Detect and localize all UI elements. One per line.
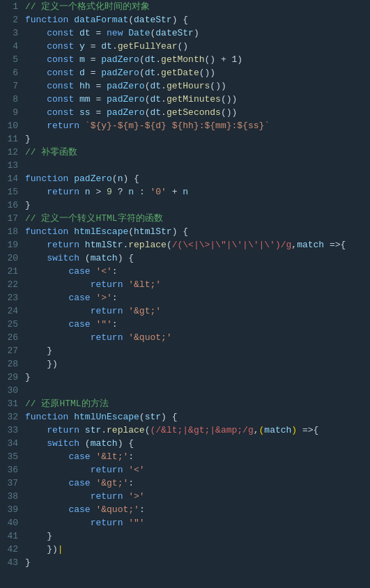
line-number: 18 <box>0 225 25 238</box>
token-pn <box>74 28 79 38</box>
token-pr: n <box>183 187 188 197</box>
token-kw: return <box>47 187 79 197</box>
token-pr: hh <box>79 81 91 91</box>
token-pn <box>25 68 47 78</box>
token-pr: dt <box>101 41 112 52</box>
token-pr: htmlStr <box>85 240 123 250</box>
token-cm: // 定义一个格式化时间的对象 <box>25 1 150 12</box>
token-kw: case <box>68 478 90 488</box>
token-pn <box>25 293 68 303</box>
token-pn: () + 1) <box>205 54 243 65</box>
token-pr: dt <box>145 54 156 65</box>
token-kw: return <box>91 491 123 502</box>
line-code: return '&lt;' <box>25 278 370 291</box>
token-kw: return <box>47 425 79 435</box>
token-pr: n <box>128 187 134 197</box>
token-kw: return <box>47 121 79 131</box>
line-number: 30 <box>0 384 25 397</box>
token-kw: new <box>107 28 123 38</box>
line-number: 27 <box>0 344 25 357</box>
token-st: '&gt;' <box>128 306 161 316</box>
line-code: return '&gt;' <box>25 304 370 318</box>
line-code: return `${y}-${m}-${d} ${hh}:${mm}:${ss}… <box>25 119 370 132</box>
token-pr: d <box>79 68 85 78</box>
line-code: function htmlUnEscape(str) { <box>25 410 370 424</box>
token-pn: } <box>25 200 31 210</box>
line-number: 13 <box>0 159 25 172</box>
line-number: 33 <box>0 424 25 437</box>
token-pn: : <box>139 504 145 515</box>
token-pn: : <box>134 187 150 197</box>
line-number: 28 <box>0 357 25 371</box>
token-kw: function <box>25 226 68 237</box>
token-pr: dateStr <box>134 15 172 25</box>
token-pn: } <box>25 134 31 144</box>
line-code: const hh = padZero(dt.getHours()) <box>25 79 370 93</box>
token-fn: Date <box>128 28 150 38</box>
line-code: return '"' <box>25 516 370 529</box>
token-pn: = <box>91 107 107 118</box>
token-st: '<' <box>95 266 111 277</box>
token-pn: } <box>25 531 52 541</box>
token-pn <box>25 54 47 65</box>
code-line: 18function htmlEscape(htmlStr) { <box>0 225 370 238</box>
token-kw: case <box>68 451 90 462</box>
token-pn: . <box>155 54 161 65</box>
token-kw: return <box>91 306 123 316</box>
token-pn: ) { <box>118 438 134 449</box>
code-line: 41 } <box>0 529 370 543</box>
token-st: '"' <box>128 518 144 528</box>
line-code: case '>': <box>25 291 370 304</box>
line-code: // 定义一个转义HTML字符的函数 <box>25 212 370 225</box>
code-line: 5 const m = padZero(dt.getMonth() + 1) <box>0 53 370 66</box>
code-line: 12// 补零函数 <box>0 146 370 159</box>
token-br: | <box>58 544 63 555</box>
line-code: return htmlStr.replace(/(\<|\>|\"|\'|\'|… <box>25 238 370 252</box>
token-pn: : <box>128 478 134 488</box>
token-st: '&quot;' <box>95 504 139 515</box>
line-code: } <box>25 199 370 212</box>
line-code: const d = padZero(dt.getDate()) <box>25 66 370 79</box>
token-kw: return <box>91 332 123 343</box>
line-code: switch (match) { <box>25 437 370 450</box>
line-code: }) <box>25 357 370 371</box>
line-number: 39 <box>0 503 25 516</box>
line-code: } <box>25 344 370 357</box>
token-kw: function <box>25 173 68 184</box>
token-pn: > <box>91 187 107 197</box>
token-pn: ()) <box>221 94 237 105</box>
token-pn: = <box>91 28 107 38</box>
code-line: 22 return '&lt;' <box>0 278 370 291</box>
token-fn: padZero <box>107 107 145 118</box>
line-code: const ss = padZero(dt.getSeconds()) <box>25 106 370 119</box>
token-pr: mm <box>79 94 91 105</box>
code-line: 14function padZero(n) { <box>0 172 370 185</box>
token-pr: match <box>297 240 324 250</box>
code-line: 27 } <box>0 344 370 357</box>
token-kw: function <box>25 412 68 422</box>
token-mt: getMonth <box>161 54 204 65</box>
token-pn: }) <box>25 359 58 369</box>
code-line: 19 return htmlStr.replace(/(\<|\>|\"|\'|… <box>0 238 370 252</box>
token-pr: dt <box>150 94 161 105</box>
token-st: `${y}-${m}-${d} ${hh}:${mm}:${ss}` <box>85 121 270 131</box>
token-mt: replace <box>128 240 167 250</box>
token-pn: : <box>128 451 134 462</box>
token-pn: . <box>161 107 167 118</box>
code-line: 23 case '>': <box>0 291 370 304</box>
token-st: '"' <box>95 319 111 330</box>
token-pn: ) { <box>118 253 134 263</box>
token-pr: dt <box>145 68 156 78</box>
token-pn <box>25 107 47 118</box>
token-pn: = <box>91 81 107 91</box>
token-pn <box>25 518 91 528</box>
code-line: 36 return '<' <box>0 463 370 477</box>
line-number: 38 <box>0 490 25 503</box>
line-code: // 还原HTML的方法 <box>25 397 370 410</box>
line-number: 31 <box>0 397 25 410</box>
line-code <box>25 384 370 397</box>
line-code: case '&lt;': <box>25 450 370 463</box>
token-pn: ( <box>139 54 145 65</box>
token-st: '<' <box>128 465 144 475</box>
token-pr: dt <box>150 81 161 91</box>
